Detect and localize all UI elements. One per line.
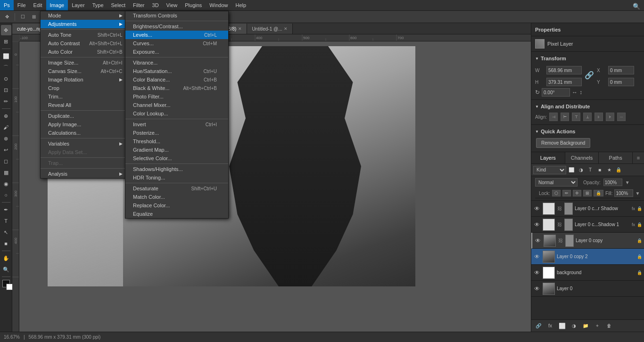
adj-brightness-contrast[interactable]: Brightness/Contrast... [125,22,228,31]
distribute-more-btn[interactable]: ··· [617,113,626,121]
move-tool-btn[interactable]: ✥ [2,12,12,22]
flip-v-icon[interactable]: ↕ [579,89,582,96]
remove-bg-button[interactable]: Remove Background [536,138,590,148]
filter-pixel-btn[interactable]: ⬜ [567,166,576,174]
layer-3-visibility[interactable]: 👁 [533,253,541,261]
zoom-tool[interactable]: 🔍 [1,264,11,275]
height-input[interactable] [546,78,582,86]
heal-tool[interactable]: ⊕ [1,111,11,121]
eraser-tool[interactable]: ◻ [1,156,11,166]
align-centers-h-btn[interactable]: ⊢ [561,113,569,121]
lock-all-btn[interactable]: 🔒 [594,190,603,196]
layer-item-0[interactable]: 👁 ⛓ Layer 0 c...r Shadow fx 🔒 [531,201,644,217]
menu-image-rotation[interactable]: Image Rotation ▶ [41,75,134,84]
adj-color-balance[interactable]: Color Balance... Ctrl+B [125,75,228,84]
new-group-btn[interactable]: 📁 [580,321,591,331]
align-top-edges-btn[interactable]: ⊥ [583,113,592,121]
path-selection-tool[interactable]: ↖ [1,227,11,237]
adj-hdr-toning[interactable]: HDR Toning... [125,173,228,182]
lock-aspect-btn[interactable]: 🔗 [585,64,594,86]
y-input[interactable] [608,78,634,86]
shape-tool[interactable]: ■ [1,238,11,249]
align-right-edges-btn[interactable]: ⊤ [572,113,580,121]
menu-select[interactable]: Select [107,0,130,10]
quick-actions-header[interactable]: ▼ Quick Actions [535,128,640,135]
menu-analysis[interactable]: Analysis ▶ [41,170,134,178]
blend-mode-select[interactable]: Normal [535,178,578,187]
menu-crop[interactable]: Crop [41,84,134,92]
lock-transparent-btn[interactable]: ⬡ [552,190,561,196]
menu-auto-color[interactable]: Auto Color Shift+Ctrl+B [41,48,134,56]
align-distribute-header[interactable]: ▼ Align and Distribute [535,103,640,110]
rectangular-marquee-tool[interactable]: ⬜ [1,51,11,61]
menu-variables[interactable]: Variables ▶ [41,139,134,148]
link-layers-btn[interactable]: 🔗 [533,321,544,331]
menu-reveal-all[interactable]: Reveal All [41,101,134,109]
adj-gradient-map[interactable]: Gradient Map... [125,146,228,154]
brush-tool[interactable]: 🖌 [1,122,11,132]
tab-layers[interactable]: Layers [531,152,565,163]
adj-posterize[interactable]: Posterize... [125,129,228,137]
menu-canvas-size[interactable]: Canvas Size... Alt+Ctrl+C [41,67,134,75]
layer-2-visibility[interactable]: 👁 [534,237,542,244]
gradient-tool[interactable]: ▦ [1,167,11,178]
layer-item-3[interactable]: 👁 Layer 0 copy 2 🔒 [531,249,644,265]
tab-paths[interactable]: Paths [599,152,633,163]
adj-equalize[interactable]: Equalize [125,210,228,218]
add-style-btn[interactable]: fx [545,321,555,331]
menu-window[interactable]: Window [206,0,231,10]
stamp-tool[interactable]: ⊗ [1,133,11,144]
lock-artboard-btn[interactable]: ⊞ [583,190,592,196]
layer-0-visibility[interactable]: 👁 [533,205,541,212]
adj-shadows-highlights[interactable]: Shadows/Highlights... [125,165,228,173]
filter-smart-btn[interactable]: ★ [605,166,613,174]
opacity-arrow[interactable]: ▼ [625,180,630,185]
eyedropper-tool[interactable]: ✏ [1,96,11,106]
layer-item-1[interactable]: 👁 ⛓ Layer 0 c...Shadow 1 fx 🔒 [531,217,644,233]
menu-image-size[interactable]: Image Size... Alt+Ctrl+I [41,58,134,67]
adj-black-white[interactable]: Black & White... Alt+Shift+Ctrl+B [125,84,228,92]
layer-1-visibility[interactable]: 👁 [533,221,541,228]
menu-auto-tone[interactable]: Auto Tone Shift+Ctrl+L [41,31,134,39]
menu-3d[interactable]: 3D [149,0,163,10]
menu-duplicate[interactable]: Duplicate... [41,112,134,120]
layers-panel-menu[interactable]: ≡ [633,152,644,163]
fill-input[interactable] [614,189,633,197]
menu-apply-image[interactable]: Apply Image... [41,120,134,129]
angle-input[interactable] [542,88,570,97]
adj-invert[interactable]: Invert Ctrl+I [125,120,228,129]
adj-desaturate[interactable]: Desaturate Shift+Ctrl+U [125,184,228,193]
menu-image[interactable]: Image [46,0,68,10]
dodge-tool[interactable]: ○ [1,190,11,200]
transform-header[interactable]: ▼ Transform [535,55,640,62]
auto-select-btn[interactable]: ☐ [17,12,28,22]
adj-color-lookup[interactable]: Color Lookup... [125,109,228,118]
new-adjustment-btn[interactable]: ◑ [569,321,579,331]
lock-move-btn[interactable]: ✛ [573,190,581,196]
menu-trim[interactable]: Trim... [41,92,134,101]
menu-help[interactable]: Help [231,0,250,10]
layer-item-2[interactable]: 👁 ⛓ Layer 0 copy 🔒 [531,233,644,249]
kind-select[interactable]: Kind [533,166,566,174]
menu-view[interactable]: View [163,0,182,10]
x-input[interactable] [608,66,634,74]
align-bottom-edges-btn[interactable]: ⊧ [606,113,614,121]
lasso-tool[interactable]: ⌒ [1,62,11,73]
new-layer-btn[interactable]: + [592,321,603,331]
show-transform-btn[interactable]: ⊞ [29,12,39,22]
adj-transform-controls[interactable]: Transform Controls [125,11,228,20]
tab-untitled-close[interactable]: ✕ [284,26,288,31]
adj-channel-mixer[interactable]: Channel Mixer... [125,101,228,109]
filter-lock-btn[interactable]: 🔒 [614,166,623,174]
menu-file[interactable]: File [14,0,30,10]
filter-adjust-btn[interactable]: ◑ [577,166,585,174]
delete-layer-btn[interactable]: 🗑 [604,321,614,331]
align-left-edges-btn[interactable]: ⊣ [549,113,558,121]
menu-layer[interactable]: Layer [68,0,89,10]
pen-tool[interactable]: ✒ [1,204,11,215]
layer-item-4[interactable]: 👁 background 🔒 [531,265,644,281]
add-mask-btn[interactable]: ⬜ [557,321,567,331]
menu-auto-contrast[interactable]: Auto Contrast Alt+Shift+Ctrl+L [41,39,134,48]
opacity-input[interactable] [603,179,622,186]
menu-mode[interactable]: Mode ▶ [41,11,134,20]
